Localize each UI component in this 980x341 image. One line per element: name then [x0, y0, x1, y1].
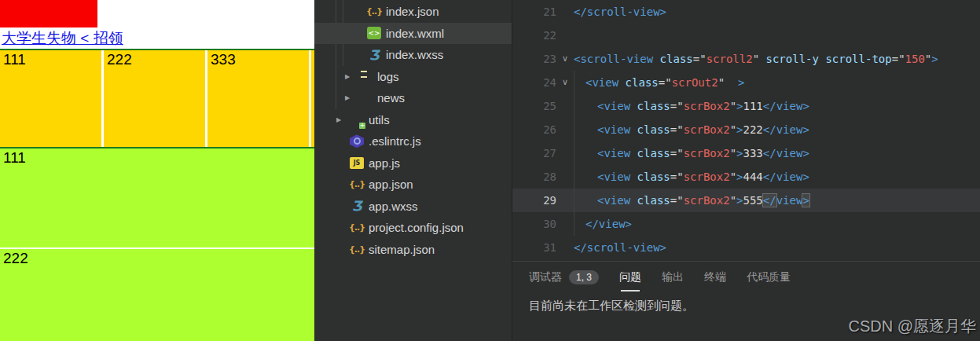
file-tree: index.jsonindex.wxmlindex.wxss▶logs▶news… [314, 0, 512, 260]
file-label: app.wxss [369, 200, 418, 213]
eslint-icon [350, 134, 364, 148]
token-pl: 111 [743, 100, 763, 112]
panel-tab-调试器[interactable]: 调试器1, 3 [529, 270, 599, 284]
tree-item-app.json[interactable]: app.json [314, 174, 512, 196]
token-tag: </view> [763, 170, 809, 183]
token-attr: class [637, 100, 670, 112]
nav-link[interactable]: 大学生失物 < 招领 [2, 29, 123, 47]
fold-chevron-icon[interactable]: ∨ [556, 47, 574, 71]
scroll-box-222: 222 [104, 50, 205, 147]
chevron-right-icon[interactable]: ▶ [336, 116, 350, 123]
token-q: " [730, 170, 736, 183]
token-tag: <view [597, 194, 630, 207]
horizontal-scroll-view[interactable]: 111222333444 [0, 49, 314, 148]
code-text: <view class="scrBox2">222</view> [574, 118, 980, 141]
token-pl [630, 194, 637, 207]
tree-item-index.wxml[interactable]: index.wxml [314, 23, 512, 45]
file-label: index.json [386, 5, 439, 18]
code-text: </view> [574, 212, 980, 236]
token-pl: = [670, 170, 677, 183]
token-tag: > [736, 100, 743, 112]
code-line-23[interactable]: 23∨<scroll-view class="scroll2" scroll-y… [512, 47, 980, 71]
token-str: 150 [905, 53, 925, 65]
token-attr: class [637, 194, 670, 207]
token-pl: = [659, 76, 665, 89]
token-tag: </scroll-view> [574, 241, 666, 254]
token-tag: > [738, 76, 744, 89]
tree-item-.eslintrc.js[interactable]: .eslintrc.js [314, 130, 512, 152]
code-editor[interactable]: 21</scroll-view>2223∨<scroll-view class=… [512, 0, 980, 261]
token-tag: > [736, 194, 743, 207]
line-number: 21 [512, 0, 556, 24]
panel-tab-终端[interactable]: 终端 [704, 270, 726, 284]
token-q: " [730, 147, 736, 160]
token-q: " [730, 194, 736, 207]
file-explorer: index.jsonindex.wxmlindex.wxss▶logs▶news… [314, 0, 512, 341]
code-text: <scroll-view class="scroll2" scroll-y sc… [574, 47, 980, 71]
code-line-24[interactable]: 24∨<view class="scrOut2" > [512, 71, 980, 94]
code-line-26[interactable]: 26<view class="scrBox2">222</view> [512, 118, 980, 141]
code-line-30[interactable]: 30</view> [512, 212, 980, 236]
wxml-icon [367, 27, 381, 39]
code-line-21[interactable]: 21</scroll-view> [512, 0, 980, 24]
tree-item-index.wxss[interactable]: index.wxss [314, 44, 512, 66]
line-number: 31 [512, 236, 556, 259]
token-match: > [802, 194, 809, 207]
token-str: scrBox2 [684, 100, 730, 112]
panel-message: 目前尚未在工作区检测到问题。 [529, 299, 980, 314]
code-line-25[interactable]: 25<view class="scrBox2">111</view> [512, 94, 980, 118]
token-pl: = [670, 194, 677, 207]
tree-item-logs[interactable]: ▶logs [314, 66, 512, 88]
chevron-right-icon[interactable]: ▶ [345, 73, 358, 80]
token-pl [618, 76, 625, 89]
code-text: <view class="scrBox2">444</view> [574, 165, 980, 189]
fold-spacer [556, 118, 574, 141]
panel-tabs: 调试器1, 3问题输出终端代码质量 [512, 262, 980, 284]
folder-utils-icon [350, 112, 364, 126]
code-line-29[interactable]: 29<view class="scrBox2">555</view> [512, 189, 980, 212]
code-line-28[interactable]: 28<view class="scrBox2">444</view> [512, 165, 980, 189]
token-q: " [753, 53, 759, 65]
panel-tab-输出[interactable]: 输出 [662, 270, 684, 284]
tree-item-utils[interactable]: ▶utils [314, 109, 512, 131]
panel-tab-label: 终端 [704, 270, 726, 284]
fold-spacer [556, 212, 574, 236]
bottom-panel: 调试器1, 3问题输出终端代码质量 目前尚未在工作区检测到问题。 CSDN @愿… [512, 261, 980, 341]
tree-item-index.json[interactable]: index.json [314, 1, 512, 23]
line-number: 25 [512, 94, 556, 118]
token-pl: 555 [743, 194, 763, 207]
fold-chevron-icon[interactable]: ∨ [556, 71, 574, 94]
chevron-right-icon[interactable]: ▶ [345, 94, 358, 101]
code-line-22[interactable]: 22 [512, 24, 980, 47]
token-q: " [898, 53, 905, 65]
token-attr: class [660, 53, 693, 65]
tree-item-sitemap.json[interactable]: sitemap.json [314, 239, 512, 261]
json-icon [350, 221, 364, 235]
line-number: 24 [512, 71, 556, 94]
tree-item-project.config.json[interactable]: project.config.json [314, 217, 512, 239]
token-attr: scroll-y [766, 53, 819, 65]
token-tag: </view> [763, 123, 809, 136]
scroll-box-222: 222 [0, 249, 314, 341]
panel-tab-问题[interactable]: 问题 [619, 270, 641, 284]
token-q: " [699, 53, 706, 65]
file-label: utils [369, 113, 390, 126]
tree-item-news[interactable]: ▶news [314, 87, 512, 109]
token-pl: = [670, 123, 677, 136]
scroll-box-111: 111 [0, 148, 314, 248]
tab-badge: 1, 3 [569, 270, 599, 284]
code-line-27[interactable]: 27<view class="scrBox2">333</view> [512, 141, 980, 165]
token-pl: 444 [743, 170, 763, 183]
panel-tab-代码质量[interactable]: 代码质量 [747, 270, 791, 284]
token-attr: scroll-top [825, 53, 891, 65]
code-line-31[interactable]: 31</scroll-view> [512, 236, 980, 259]
token-pl: 333 [743, 147, 763, 160]
panel-tab-label: 问题 [619, 270, 641, 284]
tree-item-app.js[interactable]: app.js [314, 152, 512, 174]
code-lines: 21</scroll-view>2223∨<scroll-view class=… [512, 0, 980, 259]
vertical-scroll-view[interactable]: 111222 [0, 148, 314, 341]
wxss-icon [367, 48, 381, 62]
tree-item-app.wxss[interactable]: app.wxss [314, 196, 512, 218]
token-tag: </view> [763, 147, 809, 160]
token-q: " [677, 194, 683, 207]
